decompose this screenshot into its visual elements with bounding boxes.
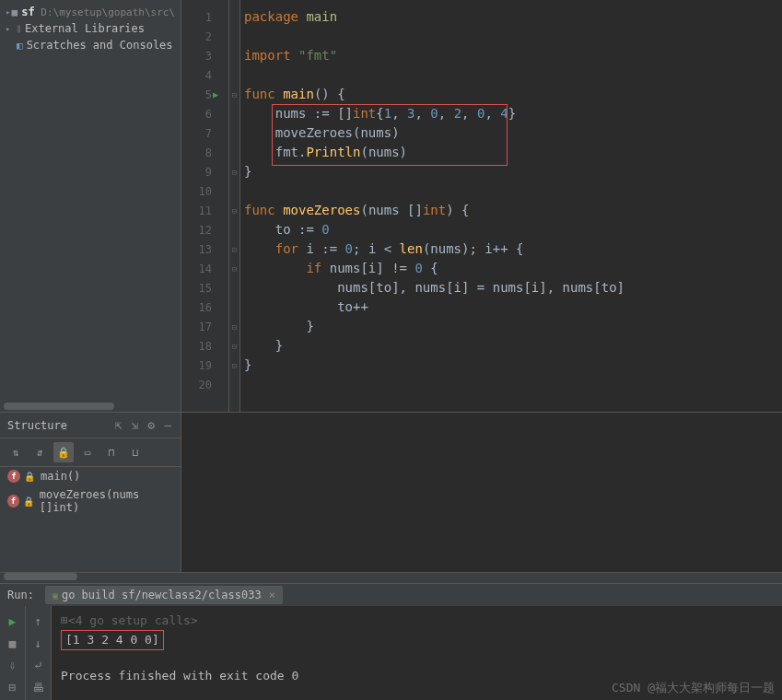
code-line[interactable]: } xyxy=(244,317,782,336)
code-line[interactable]: if nums[i] != 0 { xyxy=(244,259,782,278)
stop-button[interactable]: ■ xyxy=(4,634,22,652)
code-line[interactable]: fmt.Println(nums) xyxy=(244,143,782,162)
external-libs-label: External Libraries xyxy=(25,22,145,35)
code-line[interactable]: nums[to], nums[i] = nums[i], nums[to] xyxy=(244,278,782,298)
editor-lower xyxy=(181,413,782,572)
code-line[interactable]: func moveZeroes(nums []int) { xyxy=(244,201,782,220)
gear-icon[interactable]: ⚙ xyxy=(146,416,157,434)
chevron-right-icon: ▸ xyxy=(6,24,17,33)
structure-item-main[interactable]: f 🔒 main() xyxy=(0,467,181,485)
expand-icon[interactable]: ⇱ xyxy=(113,416,124,434)
close-icon[interactable]: × xyxy=(269,589,275,601)
up-button[interactable]: ↑ xyxy=(29,612,48,630)
line-number: 3 xyxy=(181,46,228,65)
line-number: 17 xyxy=(181,317,228,336)
code-line[interactable] xyxy=(244,375,782,394)
run-left-toolbar2: ↑ ↓ ⤶ 🖶 xyxy=(26,606,52,700)
expand-button[interactable]: ⊔ xyxy=(125,442,146,462)
fold-mark[interactable]: ⊟ xyxy=(229,162,239,181)
line-number: 4 xyxy=(181,65,228,85)
fold-mark xyxy=(229,298,239,317)
fold-mark[interactable]: ⊟ xyxy=(229,239,239,259)
code-line[interactable]: } xyxy=(244,162,782,181)
line-number: 13 xyxy=(181,239,228,259)
fold-mark xyxy=(229,27,239,46)
fold-mark xyxy=(229,123,239,143)
fold-mark[interactable]: ⊟ xyxy=(229,259,239,278)
folder-icon: ■ xyxy=(12,6,18,18)
run-tab[interactable]: ▣ go build sf/newclass2/class033 × xyxy=(45,586,283,604)
layout-button[interactable]: ⇩ xyxy=(4,656,22,674)
fold-mark[interactable]: ⊟ xyxy=(229,85,239,104)
line-number: 7 xyxy=(181,123,228,143)
collapse-icon[interactable]: ⇲ xyxy=(130,416,141,434)
function-badge-icon: f xyxy=(7,470,20,483)
tree-folder-sf[interactable]: ▸ ■ sf D:\mysetup\gopath\src\ xyxy=(0,4,181,20)
line-number-gutter: 12345▶67891011121314151617181920 xyxy=(181,0,229,412)
chevron-right-icon: ▸ xyxy=(6,7,12,17)
line-number: 8 xyxy=(181,143,228,162)
watermark: CSDN @福大大架构师每日一题 xyxy=(612,680,775,696)
run-titlebar: Run: ▣ go build sf/newclass2/class033 × xyxy=(0,583,782,606)
project-tree[interactable]: ▸ ■ sf D:\mysetup\gopath\src\ ▸ ⫴ Extern… xyxy=(0,0,181,401)
wrap-button[interactable]: ⤶ xyxy=(29,656,48,674)
code-line[interactable]: func main() { xyxy=(244,85,782,104)
tree-scratches[interactable]: ◧ Scratches and Consoles xyxy=(0,37,181,53)
anon-button[interactable]: ⊓ xyxy=(101,442,122,462)
line-number: 11 xyxy=(181,201,228,220)
fold-column[interactable]: ⊟⊟⊟⊟⊟⊟⊟⊟ xyxy=(229,0,240,412)
minimize-icon[interactable]: — xyxy=(162,416,173,434)
code-line[interactable]: to++ xyxy=(244,298,782,317)
code-line[interactable]: nums := []int{1, 3, 0, 2, 0, 4} xyxy=(244,104,782,123)
code-line[interactable]: to := 0 xyxy=(244,220,782,239)
sort-visibility-button[interactable]: ⇵ xyxy=(29,442,50,462)
fold-mark[interactable]: ⊟ xyxy=(229,356,239,375)
horizontal-scroll[interactable] xyxy=(0,572,782,583)
code-editor[interactable]: 12345▶67891011121314151617181920 ⊟⊟⊟⊟⊟⊟⊟… xyxy=(181,0,782,412)
layout-button2[interactable]: ⊟ xyxy=(4,678,22,696)
project-sidebar: ▸ ■ sf D:\mysetup\gopath\src\ ▸ ⫴ Extern… xyxy=(0,0,181,412)
code-line[interactable] xyxy=(244,181,782,201)
code-line[interactable]: import "fmt" xyxy=(244,46,782,65)
library-icon: ⫴ xyxy=(17,23,21,35)
console-line-result: [1 3 2 4 0 0] xyxy=(61,630,773,648)
code-line[interactable]: moveZeroes(nums) xyxy=(244,123,782,143)
run-gutter-icon[interactable]: ▶ xyxy=(213,89,218,99)
line-number: 10 xyxy=(181,181,228,201)
show-fields-button[interactable]: 🔒 xyxy=(53,442,74,462)
down-button[interactable]: ↓ xyxy=(29,634,48,652)
scratches-label: Scratches and Consoles xyxy=(27,39,173,52)
line-number: 20 xyxy=(181,375,228,394)
scratches-icon: ◧ xyxy=(17,40,23,52)
structure-toolbar: ⇅ ⇵ 🔒 ▭ ⊓ ⊔ xyxy=(0,438,181,467)
sort-alpha-button[interactable]: ⇅ xyxy=(6,442,26,462)
code-line[interactable]: } xyxy=(244,356,782,375)
fold-mark[interactable]: ⊟ xyxy=(229,317,239,336)
folder-button[interactable]: ▭ xyxy=(77,442,98,462)
structure-item-movezeroes[interactable]: f 🔒 moveZeroes(nums []int) xyxy=(0,485,181,517)
fold-mark[interactable]: ⊟ xyxy=(229,201,239,220)
run-config-icon: ▣ xyxy=(53,590,58,601)
folder-path: D:\mysetup\gopath\src\ xyxy=(35,6,175,18)
function-badge-icon: f xyxy=(7,495,19,508)
rerun-button[interactable]: ▶ xyxy=(4,612,22,630)
line-number: 15 xyxy=(181,278,228,298)
line-number: 12 xyxy=(181,220,228,239)
line-number: 6 xyxy=(181,104,228,123)
code-line[interactable] xyxy=(244,65,782,85)
run-tab-label: go build sf/newclass2/class033 xyxy=(62,589,262,601)
line-number: 1 xyxy=(181,7,228,27)
sidebar-scrollbar[interactable] xyxy=(0,401,181,412)
fold-mark xyxy=(229,104,239,123)
print-button[interactable]: 🖶 xyxy=(29,678,48,696)
line-number: 2 xyxy=(181,27,228,46)
code-line[interactable]: package main xyxy=(244,7,782,27)
console-line-blank xyxy=(61,648,773,667)
code-line[interactable]: } xyxy=(244,336,782,356)
code-area[interactable]: package mainimport "fmt"func main() { nu… xyxy=(240,0,782,412)
structure-header: Structure ⇱ ⇲ ⚙ — xyxy=(0,413,181,438)
fold-mark[interactable]: ⊟ xyxy=(229,336,239,356)
tree-external-libraries[interactable]: ▸ ⫴ External Libraries xyxy=(0,20,181,37)
code-line[interactable]: for i := 0; i < len(nums); i++ { xyxy=(244,239,782,259)
code-line[interactable] xyxy=(244,27,782,46)
